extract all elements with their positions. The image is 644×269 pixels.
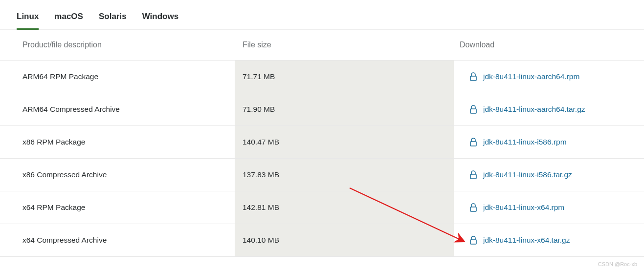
table-row: x86 Compressed Archive 137.83 MB jdk-8u4… xyxy=(0,159,644,191)
download-link[interactable]: jdk-8u411-linux-i586.tar.gz xyxy=(483,170,572,179)
svg-rect-1 xyxy=(470,109,476,113)
table-row: ARM64 Compressed Archive 71.90 MB jdk-8u… xyxy=(0,93,644,126)
svg-rect-5 xyxy=(470,240,476,244)
os-tabs: Linux macOS Solaris Windows xyxy=(0,0,644,30)
header-filesize: File size xyxy=(235,41,454,49)
download-link[interactable]: jdk-8u411-linux-x64.rpm xyxy=(483,203,564,212)
lock-icon xyxy=(469,138,477,146)
tab-windows[interactable]: Windows xyxy=(142,12,178,29)
cell-filesize: 140.47 MB xyxy=(235,126,454,158)
download-link[interactable]: jdk-8u411-linux-i586.rpm xyxy=(483,138,567,146)
cell-description: x64 RPM Package xyxy=(0,203,235,212)
lock-icon xyxy=(469,170,477,179)
tab-linux[interactable]: Linux xyxy=(17,12,39,29)
table-row: x86 RPM Package 140.47 MB jdk-8u411-linu… xyxy=(0,126,644,159)
cell-filesize: 71.90 MB xyxy=(235,93,454,125)
header-download: Download xyxy=(454,41,644,49)
download-link[interactable]: jdk-8u411-linux-aarch64.rpm xyxy=(483,72,579,81)
watermark: CSDN @Roc-xb xyxy=(598,261,637,267)
table-row: ARM64 RPM Package 71.71 MB jdk-8u411-lin… xyxy=(0,61,644,93)
cell-description: x64 Compressed Archive xyxy=(0,236,235,245)
lock-icon xyxy=(469,72,477,81)
cell-filesize: 142.81 MB xyxy=(235,191,454,224)
table-header: Product/file description File size Downl… xyxy=(0,30,644,61)
cell-filesize: 71.71 MB xyxy=(235,61,454,93)
download-link[interactable]: jdk-8u411-linux-x64.tar.gz xyxy=(483,236,570,245)
lock-icon xyxy=(469,236,477,245)
download-link[interactable]: jdk-8u411-linux-aarch64.tar.gz xyxy=(483,105,585,114)
header-description: Product/file description xyxy=(0,41,235,49)
table-row: x64 RPM Package 142.81 MB jdk-8u411-linu… xyxy=(0,191,644,224)
svg-rect-4 xyxy=(470,207,476,211)
svg-rect-2 xyxy=(470,142,476,146)
lock-icon xyxy=(469,203,477,212)
cell-description: ARM64 Compressed Archive xyxy=(0,105,235,114)
svg-rect-0 xyxy=(470,76,476,81)
table-row: x64 Compressed Archive 140.10 MB jdk-8u4… xyxy=(0,224,644,257)
cell-filesize: 137.83 MB xyxy=(235,159,454,191)
lock-icon xyxy=(469,105,477,114)
cell-description: x86 RPM Package xyxy=(0,138,235,146)
tab-solaris[interactable]: Solaris xyxy=(99,12,127,29)
cell-description: x86 Compressed Archive xyxy=(0,170,235,179)
svg-rect-3 xyxy=(470,174,476,179)
cell-filesize: 140.10 MB xyxy=(235,224,454,256)
cell-description: ARM64 RPM Package xyxy=(0,72,235,81)
tab-macos[interactable]: macOS xyxy=(54,12,83,29)
